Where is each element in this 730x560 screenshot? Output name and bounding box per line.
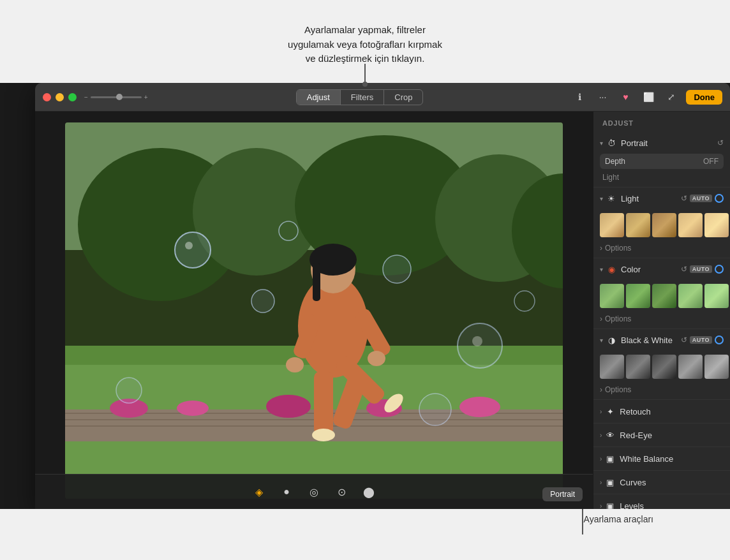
light-thumb-3[interactable]	[652, 213, 676, 237]
portrait-section-header[interactable]: ▾ ⏱ Portrait ↺	[593, 132, 730, 154]
bw-thumb-4[interactable]	[678, 355, 703, 379]
light-chevron: ▾	[600, 195, 603, 202]
portrait-undo[interactable]: ↺	[717, 138, 724, 147]
sidebar: ADJUST ▾ ⏱ Portrait ↺ Depth OFF Light	[593, 112, 730, 509]
content-area: ◈ ● ◎ ⊙ ⬤ Portrait ADJUST ▾ ⏱ Portrait ↺	[35, 112, 730, 509]
svg-point-34	[251, 290, 274, 313]
light-options[interactable]: › Options	[593, 241, 730, 258]
bw-label: Black & White	[621, 335, 681, 345]
light-auto-badge[interactable]: AUTO	[690, 195, 712, 202]
light-thumb-2[interactable]	[626, 213, 650, 237]
svg-point-15	[266, 395, 311, 418]
toolbar-icon-portrait[interactable]: ◈	[250, 483, 268, 501]
light-thumb-4[interactable]	[678, 213, 703, 237]
svg-point-42	[116, 378, 142, 403]
color-undo[interactable]: ↺	[681, 265, 687, 274]
bottom-annotation: Ayarlama araçları	[0, 509, 730, 560]
bottom-toolbar: ◈ ● ◎ ⊙ ⬤ Portrait	[35, 474, 593, 509]
light-circle[interactable]	[715, 194, 724, 203]
bw-actions: ↺ AUTO	[681, 335, 724, 344]
bw-circle[interactable]	[715, 335, 724, 344]
bw-auto-badge[interactable]: AUTO	[690, 336, 712, 344]
whitebalance-icon: ▣	[604, 453, 616, 464]
share-button[interactable]: ⬜	[640, 89, 657, 105]
color-options-chevron: ›	[600, 314, 602, 323]
color-thumb-1[interactable]	[600, 284, 624, 308]
svg-point-30	[368, 351, 385, 366]
bw-options[interactable]: › Options	[593, 383, 730, 399]
redeye-icon: 👁	[604, 429, 616, 441]
color-thumb-2[interactable]	[626, 284, 650, 308]
levels-label: Levels	[620, 501, 724, 510]
color-auto-badge[interactable]: AUTO	[690, 265, 712, 273]
light-thumb-strip	[593, 209, 730, 241]
redeye-section[interactable]: › 👁 Red-Eye	[593, 424, 730, 447]
bw-icon: ◑	[606, 334, 617, 346]
minimize-button[interactable]	[56, 93, 64, 101]
color-options-label: Options	[605, 314, 631, 323]
bw-thumb-5[interactable]	[704, 355, 729, 379]
depth-label: Depth	[605, 157, 703, 166]
bw-thumb-1[interactable]	[600, 355, 624, 379]
portrait-badge[interactable]: Portrait	[542, 487, 583, 501]
info-button[interactable]: ℹ	[571, 89, 588, 105]
color-circle[interactable]	[715, 265, 724, 274]
whitebalance-section[interactable]: › ▣ White Balance	[593, 447, 730, 471]
color-section-header[interactable]: ▾ ◉ Color ↺ AUTO	[593, 258, 730, 280]
levels-section[interactable]: › ▣ Levels	[593, 494, 730, 509]
done-button[interactable]: Done	[686, 90, 722, 105]
color-section: ▾ ◉ Color ↺ AUTO ›	[593, 258, 730, 329]
levels-icon: ▣	[604, 500, 616, 509]
brightness-slider[interactable]	[91, 96, 142, 98]
svg-point-38	[458, 323, 502, 368]
light-undo[interactable]: ↺	[681, 194, 687, 203]
bw-thumb-3[interactable]	[652, 355, 676, 379]
light-thumb-1[interactable]	[600, 213, 624, 237]
svg-rect-26	[313, 263, 320, 301]
title-bar-right: ℹ ··· ♥ ⬜ ⤢ Done	[571, 89, 722, 105]
portrait-chevron: ▾	[600, 140, 603, 147]
light-icon: ☀	[606, 193, 617, 204]
light-options-label: Options	[605, 244, 631, 253]
color-thumb-4[interactable]	[678, 284, 703, 308]
bw-thumb-2[interactable]	[626, 355, 650, 379]
photo-image	[65, 122, 563, 499]
mac-window: − + Adjust Filters Crop ℹ ··· ♥ ⬜ ⤢ Done	[35, 83, 730, 509]
levels-chevron: ›	[600, 503, 602, 510]
toolbar-icon-4[interactable]: ⬤	[360, 483, 378, 501]
photo-area: ◈ ● ◎ ⊙ ⬤ Portrait	[35, 112, 593, 509]
bw-options-label: Options	[605, 385, 631, 394]
light-options-chevron: ›	[600, 244, 602, 253]
portrait-section: ▾ ⏱ Portrait ↺ Depth OFF Light	[593, 132, 730, 188]
bw-options-chevron: ›	[600, 385, 602, 394]
curves-chevron: ›	[600, 479, 602, 486]
color-icon: ◉	[606, 263, 617, 275]
toolbar-icon-3[interactable]: ⊙	[332, 483, 350, 501]
color-actions: ↺ AUTO	[681, 265, 724, 274]
color-options[interactable]: › Options	[593, 312, 730, 328]
toolbar-icon-1[interactable]: ●	[278, 483, 295, 501]
extend-button[interactable]: ⤢	[663, 89, 680, 105]
more-button[interactable]: ···	[594, 89, 611, 105]
light-thumb-5[interactable]	[704, 213, 729, 237]
color-thumb-3[interactable]	[652, 284, 676, 308]
curves-section[interactable]: › ▣ Curves	[593, 471, 730, 494]
redeye-label: Red-Eye	[620, 431, 724, 440]
light-section-header[interactable]: ▾ ☀ Light ↺ AUTO	[593, 188, 730, 209]
svg-rect-19	[314, 371, 333, 435]
tab-crop[interactable]: Crop	[384, 90, 422, 105]
close-button[interactable]	[43, 93, 51, 101]
svg-point-29	[286, 357, 304, 372]
bw-section-header[interactable]: ▾ ◑ Black & White ↺ AUTO	[593, 329, 730, 351]
retouch-chevron: ›	[600, 408, 602, 415]
tab-filters[interactable]: Filters	[341, 90, 384, 105]
favorite-button[interactable]: ♥	[617, 89, 634, 105]
retouch-section[interactable]: › ✦ Retouch	[593, 400, 730, 424]
toolbar-icon-2[interactable]: ◎	[305, 483, 323, 501]
tab-adjust[interactable]: Adjust	[297, 90, 341, 105]
maximize-button[interactable]	[68, 93, 77, 101]
color-thumb-5[interactable]	[704, 284, 729, 308]
whitebalance-label: White Balance	[620, 454, 724, 464]
whitebalance-chevron: ›	[600, 455, 602, 462]
bw-undo[interactable]: ↺	[681, 335, 687, 344]
